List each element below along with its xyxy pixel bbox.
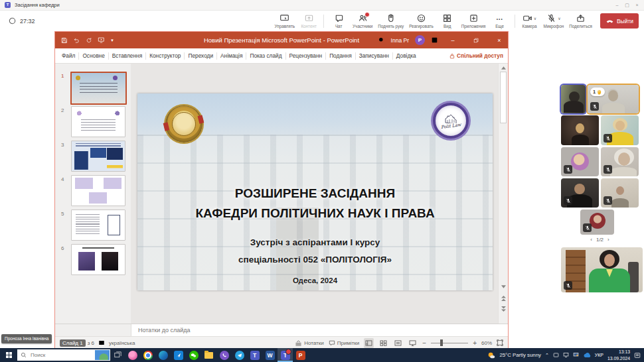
scroll-up-button[interactable] [499,64,508,72]
participant-tile[interactable] [601,178,639,208]
account-avatar[interactable]: P [415,35,425,45]
leave-button[interactable]: Выйти [600,13,639,29]
camera-button[interactable]: ∨ Камера [519,11,541,31]
vertical-scrollbar[interactable] [498,64,508,324]
manage-button[interactable]: Управлять [272,11,298,31]
start-button[interactable] [0,352,17,358]
reading-view-button[interactable] [393,338,403,348]
apps-button[interactable]: Приложения [459,11,489,31]
search-icon[interactable] [378,36,385,44]
zoom-level[interactable]: 60% [481,340,492,346]
file-explorer-icon[interactable] [201,348,216,362]
slide-thumbnail-1[interactable]: 1 [55,72,131,101]
zoom-out-button[interactable]: − [422,339,426,347]
participant-tile[interactable] [561,147,599,176]
undo-button[interactable] [73,37,80,44]
notes-toggle[interactable]: Нотатки [295,340,324,346]
zoom-slider-thumb[interactable] [440,339,443,346]
window-minimize-button[interactable]: – [613,3,621,7]
chat-button[interactable]: Чат [327,11,350,31]
taskbar-search[interactable] [17,349,110,361]
zoom-in-button[interactable]: + [473,339,477,347]
redo-button[interactable] [86,37,92,44]
comments-toggle[interactable]: Примітки [329,340,360,346]
spellcheck-icon[interactable] [98,339,105,346]
microphone-options-chevron[interactable]: ∨ [558,16,560,21]
powerpoint-icon[interactable]: P [293,348,308,362]
participants-button[interactable]: Участники [350,11,375,31]
tab-transitions[interactable]: Переходи [185,48,216,63]
edge-icon[interactable] [155,348,171,362]
tab-design[interactable]: Конструктор [146,48,184,63]
viber-icon[interactable] [216,348,232,362]
weather-text[interactable]: 25°C Partly sunny [499,352,541,358]
search-highlight-image[interactable] [95,350,110,360]
participant-tile[interactable] [561,178,599,208]
pink-app-icon[interactable] [125,348,140,362]
notes-pane[interactable]: Нотатки до слайда [55,324,508,336]
ppt-restore-button[interactable] [467,32,485,48]
tab-help[interactable]: Довідка [393,48,420,63]
next-slide-button[interactable] [499,305,508,313]
wechat-icon[interactable] [186,348,201,362]
participant-tile[interactable] [580,210,614,235]
word-icon[interactable]: W [262,348,278,362]
tab-insert[interactable]: Вставлення [109,48,145,63]
task-view-button[interactable] [110,351,125,359]
slide-canvas[interactable]: Polit Law РОЗШИРЕНЕ ЗАСІДАННЯ КАФЕДРИ ПО… [137,93,493,290]
camera-options-chevron[interactable]: ∨ [534,16,536,21]
slide-thumbnail-3[interactable]: 3 [55,141,131,170]
onedrive-tray-icon[interactable] [583,352,591,358]
content-button[interactable]: Контент [297,11,320,31]
tab-home[interactable]: Основне [79,48,108,63]
participant-tile-raised-hand[interactable]: 1 [588,85,639,113]
zoom-slider[interactable] [431,339,468,346]
tab-animations[interactable]: Анімація [217,48,246,63]
tab-slideshow[interactable]: Показ слайд [246,48,285,63]
react-button[interactable]: Реагировать [406,11,436,31]
chrome-icon[interactable] [140,348,155,362]
tray-expand-chevron[interactable]: ⌃ [545,353,549,358]
teams-meeting-icon[interactable]: T [278,348,293,362]
fit-slide-button[interactable] [497,339,503,346]
pagination-next-button[interactable]: › [607,237,609,243]
slide-thumbnail-5[interactable]: 5 [55,210,131,239]
scroll-down-button[interactable] [499,282,508,290]
window-close-button[interactable]: × [633,3,641,7]
tab-view[interactable]: Подання [326,48,355,63]
telegram-icon[interactable] [232,348,247,362]
slide-thumbnail-2[interactable]: 2 [55,106,131,136]
more-button[interactable]: ··· Еще [489,11,511,31]
tab-recording[interactable]: Записуванн [356,48,392,63]
participant-tile[interactable] [561,115,599,145]
tablet-tray-icon[interactable] [553,352,559,358]
taskbar-clock[interactable]: 13:1313.09.2024 [607,349,630,361]
teams-icon[interactable]: T [247,348,262,362]
slide-sorter-view-button[interactable] [378,338,388,348]
view-button[interactable]: Вид [436,11,459,31]
account-name[interactable]: Inna Pr [391,37,409,44]
slide-thumbnail-6[interactable]: 6 [55,244,131,274]
participant-tile[interactable] [601,115,639,145]
normal-view-button[interactable] [364,338,374,348]
language-tray-indicator[interactable]: УКР [595,353,604,357]
presenter-video-tile[interactable] [561,247,643,292]
tab-review[interactable]: Рецензуванн [286,48,326,63]
save-button[interactable] [61,37,68,44]
pagination-prev-button[interactable]: ‹ [590,237,592,243]
participant-tile[interactable] [601,147,639,176]
tab-file[interactable]: Файл [58,48,78,63]
mail-icon[interactable] [171,348,186,362]
participant-tile-active-speaker[interactable] [561,85,586,113]
scrollbar-thumb[interactable] [500,72,507,123]
ppt-minimize-button[interactable]: – [444,32,461,48]
display-tray-icon[interactable] [573,352,579,358]
start-slideshow-button[interactable] [98,36,105,44]
microphone-button[interactable]: ∨ Микрофон [541,11,567,31]
previous-slide-button[interactable] [499,294,508,302]
language-indicator[interactable]: українська [109,340,135,346]
raise-hand-button[interactable]: Поднять руку [375,11,406,31]
network-tray-icon[interactable] [563,352,569,358]
slide-thumbnail-4[interactable]: 4 [55,175,131,205]
ribbon-display-options-button[interactable] [431,36,438,44]
